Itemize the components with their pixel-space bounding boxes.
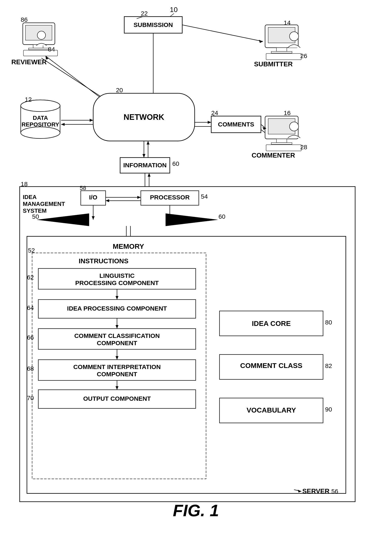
- svg-line-31: [46, 56, 106, 102]
- ref-18: 18: [21, 181, 28, 187]
- ims-label1: IDEA: [23, 194, 37, 200]
- comment-interp-label1: COMMENT INTERPRETATION: [73, 363, 161, 370]
- ref-50: 50: [32, 213, 39, 220]
- ref-20: 20: [116, 87, 123, 94]
- svg-line-9: [182, 25, 263, 42]
- ref-24: 24: [211, 109, 218, 116]
- ref-52: 52: [28, 247, 35, 254]
- ref-58: 58: [80, 185, 86, 191]
- svg-point-15: [289, 122, 299, 131]
- ref-22: 22: [141, 10, 148, 17]
- submitter-label: SUBMITTER: [254, 60, 293, 68]
- ref-82: 82: [325, 362, 332, 369]
- ref-66: 66: [27, 334, 34, 341]
- submission-label: SUBMISSION: [134, 21, 173, 28]
- information-label: INFORMATION: [123, 162, 167, 169]
- diagram-container: 10 SUBMISSION 22 14 SUBMITTER 26: [0, 0, 392, 533]
- commenter-label: COMMENTER: [252, 152, 295, 159]
- ref-12: 12: [25, 96, 32, 103]
- svg-rect-6: [271, 51, 292, 53]
- svg-marker-46: [148, 173, 150, 177]
- idea-processing-label: IDEA PROCESSING COMPONENT: [67, 305, 167, 312]
- svg-rect-7: [266, 53, 301, 60]
- svg-marker-36: [90, 119, 93, 122]
- data-repo-label1: DATA: [33, 115, 48, 121]
- output-label: OUTPUT COMPONENT: [83, 395, 151, 402]
- svg-rect-26: [28, 48, 48, 50]
- io-label: I/O: [89, 194, 97, 201]
- memory-label: MEMORY: [113, 242, 144, 250]
- main-diagram-svg: 10 SUBMISSION 22 14 SUBMITTER 26: [0, 0, 392, 533]
- network-label: NETWORK: [124, 113, 164, 121]
- ref-90: 90: [325, 406, 332, 413]
- svg-marker-40: [142, 154, 145, 157]
- svg-rect-13: [271, 143, 292, 144]
- server-label: SERVER: [302, 487, 329, 495]
- processor-label: PROCESSOR: [150, 194, 190, 201]
- ref-64: 64: [27, 304, 34, 311]
- ref-84: 84: [48, 46, 55, 53]
- ims-label2: MANAGEMENT: [23, 201, 65, 207]
- ref-28: 28: [300, 144, 307, 151]
- comment-interp-label2: COMPONENT: [97, 371, 137, 377]
- linguistic-label1: LINGUISTIC: [99, 272, 135, 279]
- svg-marker-10: [259, 40, 263, 43]
- ref-56: 56: [331, 488, 338, 495]
- svg-rect-5: [276, 48, 287, 51]
- comment-class-right-label: COMMENT CLASS: [240, 362, 302, 369]
- svg-line-19: [261, 130, 265, 133]
- ref-62: 62: [27, 274, 34, 281]
- ref-70: 70: [27, 395, 34, 401]
- ref-80: 80: [325, 319, 332, 326]
- ref-10: 10: [170, 6, 178, 14]
- reviewer-label: REVIEWER: [11, 58, 47, 66]
- vocabulary-label: VOCABULARY: [247, 406, 296, 414]
- ref-54: 54: [201, 193, 208, 200]
- svg-point-8: [289, 32, 299, 41]
- svg-rect-14: [266, 145, 301, 151]
- comments-label: COMMENTS: [218, 121, 254, 128]
- svg-rect-12: [276, 139, 287, 143]
- linguistic-label2: PROCESSING COMPONENT: [75, 280, 159, 286]
- instructions-label: INSTRUCTIONS: [79, 257, 128, 265]
- svg-marker-42: [147, 141, 149, 144]
- ref-86: 86: [21, 16, 28, 23]
- svg-marker-38: [61, 123, 65, 126]
- ref-68: 68: [27, 365, 34, 372]
- ref-60-bus: 60: [219, 213, 225, 220]
- svg-marker-21: [208, 121, 211, 124]
- comment-class-label2: COMPONENT: [97, 340, 137, 346]
- ref-60-top: 60: [172, 160, 179, 167]
- idea-core-label: IDEA CORE: [252, 319, 291, 327]
- ref-14: 14: [284, 19, 290, 26]
- ref-16: 16: [284, 109, 290, 116]
- ref-26: 26: [300, 52, 307, 59]
- comment-class-label1: COMMENT CLASSIFICATION: [74, 332, 160, 339]
- svg-point-28: [37, 31, 46, 39]
- data-repo-label2: REPOSITORY: [22, 121, 59, 128]
- fig-label: FIG. 1: [173, 501, 219, 520]
- data-repo-bottom: [21, 127, 60, 138]
